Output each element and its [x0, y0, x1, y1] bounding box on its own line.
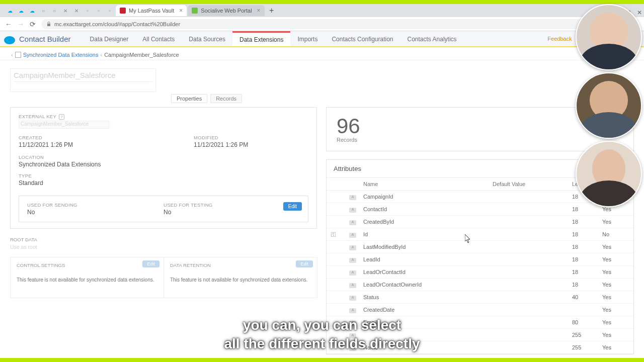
- feedback-link[interactable]: Feedback: [547, 36, 572, 42]
- used-testing-label: USED FOR TESTING: [164, 202, 300, 208]
- attr-default: [489, 304, 568, 316]
- external-key-value: CampaignMember_Salesforce: [19, 121, 109, 129]
- extension-name: CampaignMember_Salesforce: [14, 71, 152, 79]
- col-name: Name: [359, 178, 489, 191]
- attr-nullable: Yes: [598, 216, 633, 228]
- attr-nullable: Yes: [598, 241, 633, 253]
- tab-icon[interactable]: ○: [40, 8, 46, 14]
- edit-button[interactable]: Edit: [283, 202, 302, 211]
- chevron-left-icon[interactable]: ‹: [11, 52, 13, 58]
- attr-nullable: Yes: [598, 279, 633, 291]
- cloud-icon[interactable]: ☁: [29, 8, 35, 14]
- table-row[interactable]: ACreatedById18Yes: [327, 216, 633, 228]
- table-row[interactable]: ALeadOrContactOwnerId18Yes: [327, 279, 633, 291]
- tab-icon[interactable]: ○: [51, 8, 57, 14]
- attr-length: 18: [568, 279, 598, 291]
- attr-length: 18: [568, 216, 598, 228]
- key-icon: ⚿: [327, 228, 340, 241]
- breadcrumb: ‹ Synchronized Data Extensions ‹ Campaig…: [0, 49, 644, 60]
- forward-icon[interactable]: →: [17, 21, 24, 28]
- nav-tab-all-contacts[interactable]: All Contacts: [135, 31, 182, 46]
- key-icon: [327, 191, 340, 203]
- type-icon: A: [340, 203, 359, 216]
- new-tab-button[interactable]: +: [268, 7, 276, 15]
- table-row[interactable]: ALeadOrContactId18Yes: [327, 266, 633, 279]
- breadcrumb-link[interactable]: Synchronized Data Extensions: [23, 52, 99, 58]
- key-icon: [327, 241, 340, 253]
- attr-length: 18: [568, 241, 598, 253]
- cloud-icon[interactable]: ☁: [18, 8, 24, 14]
- table-row[interactable]: ACreatedDateYes: [327, 304, 633, 316]
- control-settings-label: CONTROL SETTINGS: [17, 262, 157, 268]
- attr-default: [489, 203, 568, 216]
- table-row[interactable]: ⚿AId18No: [327, 228, 633, 241]
- attr-length: 18: [568, 253, 598, 266]
- nav-tab-contacts-analytics[interactable]: Contacts Analytics: [400, 31, 464, 46]
- control-settings-msg: This feature is not available for synchr…: [17, 277, 157, 283]
- subtab-properties[interactable]: Properties: [171, 94, 207, 103]
- url-input[interactable]: mc.exacttarget.com/cloud/#app/Contact%20…: [41, 19, 627, 29]
- attr-name: CreatedById: [359, 216, 489, 228]
- cloud-icon[interactable]: ☁: [7, 8, 13, 14]
- tab-icon[interactable]: ▫: [85, 8, 91, 14]
- chevron-left-icon: ‹: [100, 52, 102, 58]
- used-sending-value: No: [27, 209, 164, 216]
- attr-name: Status: [359, 291, 489, 304]
- tab-close-icon[interactable]: ✕: [62, 8, 68, 14]
- nav-tab-contacts-config[interactable]: Contacts Configuration: [325, 31, 400, 46]
- table-row[interactable]: ALastModifiedById18Yes: [327, 241, 633, 253]
- key-icon: [327, 203, 340, 216]
- browser-tab[interactable]: Socialive Web Portal ×: [188, 5, 264, 16]
- breadcrumb-current: CampaignMember_Salesforce: [104, 52, 179, 58]
- reload-icon[interactable]: ⟳: [29, 21, 36, 28]
- data-retention-label: DATA RETENTION: [170, 262, 311, 268]
- attr-default: [489, 228, 568, 241]
- attr-nullable: Yes: [598, 316, 633, 329]
- type-icon: A: [340, 191, 359, 203]
- key-icon: [327, 216, 340, 228]
- attr-name: ContactId: [359, 203, 489, 216]
- participant-video[interactable]: [576, 4, 642, 70]
- attr-default: [489, 191, 568, 203]
- browser-tab[interactable]: My LastPass Vault ×: [116, 5, 187, 16]
- browser-addressbar: ← → ⟳ mc.exacttarget.com/cloud/#app/Cont…: [0, 17, 644, 31]
- root-data-section: ROOT DATA Use as root: [10, 237, 317, 250]
- participant-video[interactable]: [576, 141, 642, 207]
- nav-tab-data-sources[interactable]: Data Sources: [182, 31, 232, 46]
- attr-nullable: Yes: [598, 329, 633, 341]
- attr-default: [489, 341, 568, 354]
- tab-icon[interactable]: ▫: [96, 8, 102, 14]
- table-row[interactable]: ALeadId18Yes: [327, 253, 633, 266]
- data-retention-msg: This feature is not available for synchr…: [170, 277, 311, 283]
- participant-video[interactable]: [576, 72, 642, 139]
- nav-tab-data-extensions[interactable]: Data Extensions: [232, 31, 290, 46]
- attr-name: LeadOrContactId: [359, 266, 489, 279]
- attr-length: 255: [568, 341, 598, 354]
- type-icon: A: [340, 253, 359, 266]
- key-icon: [327, 291, 340, 304]
- close-icon[interactable]: ×: [257, 7, 261, 14]
- col-default: Default Value: [489, 178, 568, 191]
- attr-default: [489, 291, 568, 304]
- back-icon[interactable]: ←: [5, 21, 12, 28]
- nav-tab-data-designer[interactable]: Data Designer: [83, 31, 136, 46]
- attr-nullable: Yes: [598, 341, 633, 354]
- lock-icon: [46, 22, 51, 27]
- salesforce-logo-icon: [3, 33, 16, 46]
- close-icon[interactable]: ×: [179, 7, 183, 14]
- subtab-records[interactable]: Records: [210, 94, 242, 103]
- table-row[interactable]: AStatus40Yes: [327, 291, 633, 304]
- attr-nullable: Yes: [598, 253, 633, 266]
- key-icon: [327, 279, 340, 291]
- used-sending-label: USED FOR SENDING: [27, 202, 164, 208]
- attr-length: 40: [568, 291, 598, 304]
- type-value: Standard: [19, 179, 308, 187]
- edit-button-disabled: Edit: [296, 260, 313, 267]
- tab-icon[interactable]: ▫: [107, 8, 113, 14]
- type-label: TYPE: [19, 173, 308, 178]
- nav-tab-imports[interactable]: Imports: [290, 31, 325, 46]
- tab-close-icon[interactable]: ✕: [73, 8, 79, 14]
- type-icon: A: [340, 228, 359, 241]
- grid-icon[interactable]: [15, 52, 21, 58]
- help-icon[interactable]: ?: [59, 114, 64, 120]
